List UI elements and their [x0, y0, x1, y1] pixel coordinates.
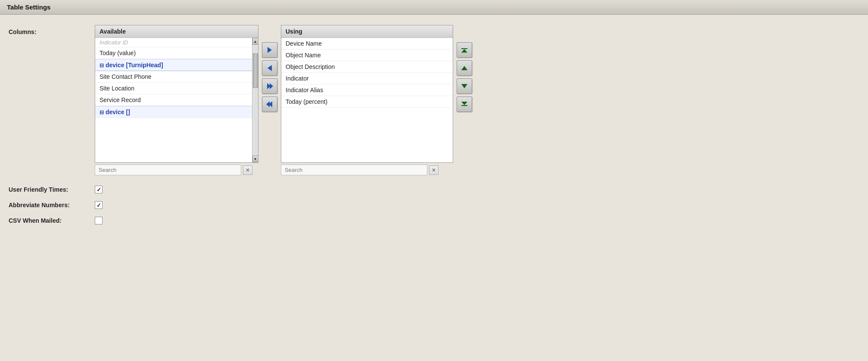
list-item[interactable]: Object Name [281, 50, 453, 61]
columns-controls: Available Indicator ID Today (value) ⊟de… [95, 25, 472, 175]
columns-row: Columns: Available Indicator ID Today (v… [9, 25, 859, 175]
page-wrapper: Table Settings Columns: Available Indica… [0, 0, 868, 361]
list-item[interactable]: Object Description [281, 61, 453, 73]
move-up-icon [461, 66, 467, 70]
transfer-buttons [262, 25, 277, 112]
list-item-group-turniphead[interactable]: ⊟device [TurnipHead] [95, 59, 252, 71]
move-left-button[interactable] [262, 60, 277, 76]
available-search-box: ✕ [95, 165, 258, 175]
move-to-bottom-button[interactable] [457, 96, 472, 112]
arrow-double-right-icon [267, 83, 272, 89]
list-item[interactable]: Today (value) [95, 47, 252, 59]
list-item[interactable]: Site Contact Phone [95, 71, 252, 83]
using-search-box: ✕ [281, 165, 453, 175]
list-item[interactable]: Device Name [281, 38, 453, 50]
page-title: Table Settings [7, 3, 50, 11]
using-header: Using [281, 25, 453, 38]
list-item[interactable]: Indicator [281, 73, 453, 84]
move-up-button[interactable] [457, 60, 472, 76]
available-list-scroll[interactable]: Indicator ID Today (value) ⊟device [Turn… [95, 38, 252, 162]
using-search-clear-button[interactable]: ✕ [429, 165, 439, 175]
scroll-track [253, 45, 258, 156]
user-friendly-times-checkbox-wrapper [95, 186, 103, 193]
arrow-right-icon [268, 47, 272, 53]
order-buttons [457, 25, 472, 112]
user-friendly-times-checkbox[interactable] [95, 186, 103, 193]
list-item-group-empty[interactable]: ⊟device [] [95, 106, 252, 118]
list-item[interactable]: Indicator ID [95, 38, 252, 47]
using-list-container: Using Device Name Object Name Object Des… [281, 25, 453, 175]
content-area: Columns: Available Indicator ID Today (v… [0, 15, 868, 243]
available-list-box: Available Indicator ID Today (value) ⊟de… [95, 25, 258, 163]
user-friendly-times-row: User Friendly Times: [9, 186, 859, 193]
abbreviate-numbers-label: Abbreviate Numbers: [9, 202, 95, 209]
using-list-scroll[interactable]: Device Name Object Name Object Descripti… [281, 38, 453, 162]
scroll-up-button[interactable]: ▲ [252, 38, 258, 45]
abbreviate-numbers-checkbox-wrapper [95, 201, 103, 209]
available-search-clear-button[interactable]: ✕ [243, 165, 252, 175]
move-down-button[interactable] [457, 78, 472, 94]
using-list-box: Using Device Name Object Name Object Des… [281, 25, 453, 163]
available-header: Available [95, 25, 258, 38]
move-all-right-button[interactable] [262, 78, 277, 94]
csv-when-mailed-checkbox[interactable] [95, 217, 103, 224]
available-scrollbar-container: Indicator ID Today (value) ⊟device [Turn… [95, 38, 258, 162]
csv-when-mailed-row: CSV When Mailed: [9, 217, 859, 224]
title-bar: Table Settings [0, 0, 868, 15]
available-list-container: Available Indicator ID Today (value) ⊟de… [95, 25, 258, 175]
csv-when-mailed-label: CSV When Mailed: [9, 217, 95, 224]
move-all-left-button[interactable] [262, 96, 277, 112]
move-right-button[interactable] [262, 42, 277, 58]
list-item[interactable]: Today (percent) [281, 96, 453, 108]
scroll-thumb[interactable] [253, 53, 258, 88]
using-search-input[interactable] [281, 165, 427, 175]
move-down-icon [461, 84, 467, 88]
arrow-double-left-icon [267, 101, 272, 107]
move-to-top-button[interactable] [457, 42, 472, 58]
collapse-icon: ⊟ [100, 109, 104, 115]
list-item[interactable]: Service Record [95, 94, 252, 106]
columns-label: Columns: [9, 25, 95, 35]
scroll-down-button[interactable]: ▼ [252, 156, 258, 162]
move-top-icon [461, 48, 467, 52]
csv-when-mailed-checkbox-wrapper [95, 217, 103, 224]
collapse-icon: ⊟ [100, 62, 104, 68]
abbreviate-numbers-checkbox[interactable] [95, 201, 103, 209]
move-bottom-icon [461, 102, 467, 106]
list-item[interactable]: Indicator Alias [281, 84, 453, 96]
user-friendly-times-label: User Friendly Times: [9, 186, 95, 193]
available-scrollbar: ▲ ▼ [252, 38, 258, 162]
abbreviate-numbers-row: Abbreviate Numbers: [9, 201, 859, 209]
list-item[interactable]: Site Location [95, 83, 252, 94]
available-search-input[interactable] [95, 165, 241, 175]
arrow-left-icon [268, 65, 272, 71]
